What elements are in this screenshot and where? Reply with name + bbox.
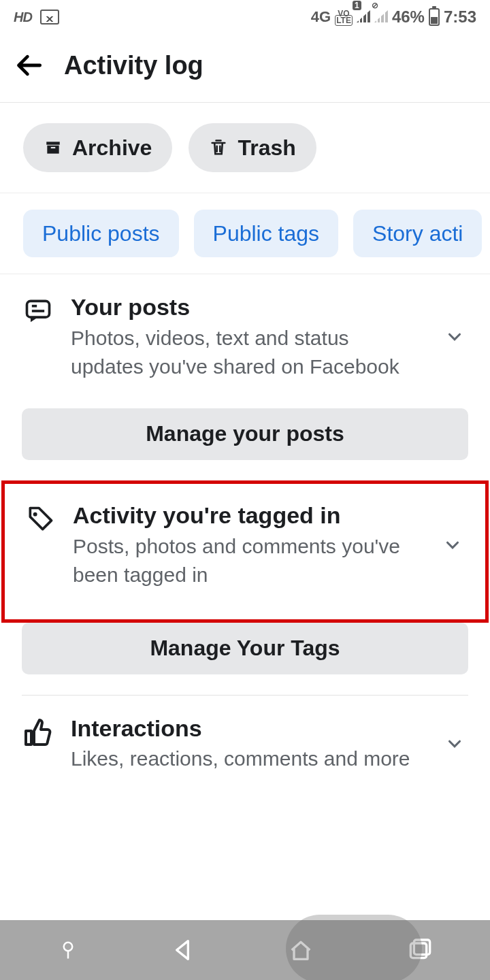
sim2-no-signal-icon: ⊘: [372, 1, 378, 10]
trash-label: Trash: [238, 135, 295, 161]
tagged-desc: Posts, photos and comments you've been t…: [73, 532, 423, 589]
filter-story-activity[interactable]: Story acti: [353, 210, 482, 257]
your-posts-row[interactable]: Your posts Photos, videos, text and stat…: [22, 293, 468, 381]
signal-bars-sim2-icon: [374, 10, 388, 22]
filter-chip-row[interactable]: Public posts Public tags Story acti: [0, 193, 490, 274]
chevron-down-icon: [441, 327, 468, 347]
battery-percent: 46%: [392, 7, 425, 27]
network-type: 4G: [311, 8, 331, 26]
back-button[interactable]: [15, 50, 45, 80]
archive-button[interactable]: Archive: [23, 123, 172, 172]
chevron-down-icon: [439, 535, 466, 555]
manage-posts-button[interactable]: Manage your posts: [22, 408, 468, 460]
svg-rect-2: [51, 147, 56, 148]
interactions-desc: Likes, reactions, comments and more: [71, 745, 425, 773]
manage-tags-container: Manage Your Tags: [0, 623, 490, 674]
page-title: Activity log: [64, 51, 203, 80]
arrow-left-icon: [15, 50, 45, 80]
svg-rect-0: [46, 142, 60, 144]
highlighted-section: Activity you're tagged in Posts, photos …: [1, 480, 489, 623]
filter-public-posts[interactable]: Public posts: [23, 210, 179, 257]
signal-bars-sim1-icon: [357, 10, 370, 22]
app-header: Activity log: [0, 34, 490, 103]
your-posts-title: Your posts: [71, 293, 425, 321]
hd-indicator: HD: [14, 10, 32, 25]
archive-icon: [44, 139, 63, 157]
action-pills-row: Archive Trash: [0, 103, 490, 193]
svg-rect-3: [27, 301, 50, 317]
interactions-row[interactable]: Interactions Likes, reactions, comments …: [22, 715, 468, 774]
back-nav-icon[interactable]: [169, 936, 196, 964]
tagged-activity-row[interactable]: Activity you're tagged in Posts, photos …: [24, 502, 466, 589]
status-bar: HD 4G VOLTE 1 ⊘ 46% 7:53: [0, 0, 490, 34]
tagged-title: Activity you're tagged in: [73, 502, 423, 529]
battery-icon: [429, 8, 440, 26]
trash-button[interactable]: Trash: [189, 123, 316, 172]
trash-icon: [209, 137, 228, 158]
clock: 7:53: [444, 7, 476, 27]
section-interactions: Interactions Likes, reactions, comments …: [0, 696, 490, 774]
thumbs-up-icon: [22, 717, 54, 750]
android-nav-bar: [0, 920, 490, 980]
interactions-title: Interactions: [71, 715, 425, 742]
gallery-icon: [40, 10, 59, 24]
assistant-icon[interactable]: [58, 935, 78, 965]
newspaper-icon: [23, 296, 53, 326]
tag-icon: [25, 504, 55, 534]
archive-label: Archive: [72, 135, 152, 161]
svg-point-6: [33, 512, 37, 517]
filter-public-tags[interactable]: Public tags: [194, 210, 339, 257]
sim1-badge: 1: [353, 1, 361, 10]
chevron-down-icon: [441, 734, 468, 754]
svg-point-7: [64, 943, 73, 951]
your-posts-desc: Photos, videos, text and status updates …: [71, 324, 425, 381]
volte-icon: VOLTE: [335, 10, 353, 24]
manage-tags-button[interactable]: Manage Your Tags: [22, 623, 468, 674]
section-your-posts: Your posts Photos, videos, text and stat…: [0, 274, 490, 460]
svg-rect-1: [47, 146, 59, 154]
